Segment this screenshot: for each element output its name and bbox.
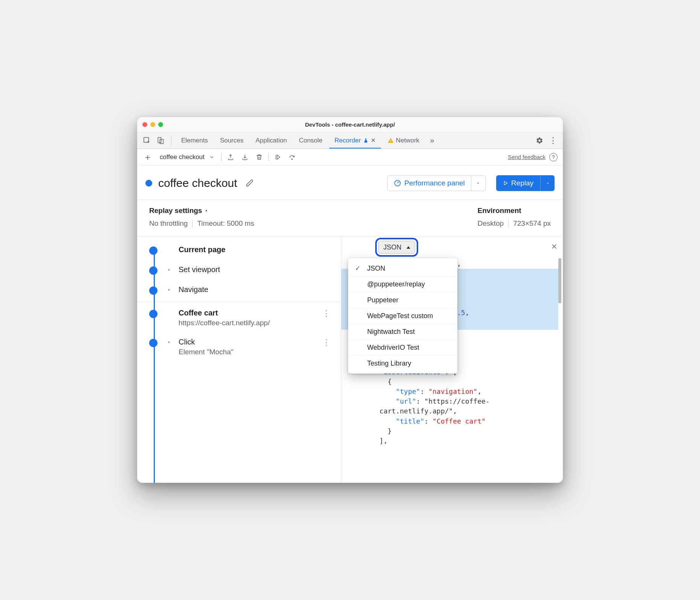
add-recording-button[interactable]: ＋ (142, 152, 153, 162)
step-row[interactable]: Current page (137, 240, 341, 260)
step-text: Navigate (179, 285, 208, 294)
close-panel-icon[interactable] (551, 243, 558, 250)
close-tab-icon[interactable]: ✕ (371, 137, 376, 144)
format-option-label: Testing Library (367, 360, 411, 367)
devtools-window: DevTools - coffee-cart.netlify.app/ Elem… (137, 117, 563, 483)
step-text: Coffee carthttps://coffee-cart.netlify.a… (179, 309, 270, 327)
format-option-label: Nightwatch Test (367, 328, 415, 336)
step-label: Current page (179, 245, 225, 254)
chevron-right-icon (165, 288, 173, 292)
chevron-right-icon (165, 340, 173, 344)
device-toolbar-icon[interactable] (154, 135, 167, 147)
tab-sources[interactable]: Sources (215, 132, 249, 148)
replay-dropdown-toggle[interactable] (540, 175, 555, 191)
step-text: ClickElement "Mocha" (179, 338, 234, 356)
svg-point-3 (292, 159, 292, 159)
performance-split-button: Performance panel (387, 175, 486, 191)
step-bullet (149, 286, 157, 295)
format-dropdown: ✓JSON@puppeteer/replayPuppeteerWebPageTe… (348, 258, 457, 373)
tab-network[interactable]: Network (382, 132, 425, 148)
format-option-label: Puppeteer (367, 296, 398, 304)
format-option[interactable]: @puppeteer/replay (348, 277, 457, 292)
code-panel: JSON ✓JSON@puppeteer/replayPuppeteerWebP… (341, 236, 563, 483)
separator (221, 153, 222, 161)
help-icon[interactable]: ? (549, 153, 558, 161)
experiment-icon (363, 138, 368, 143)
tab-elements[interactable]: Elements (176, 132, 213, 148)
recording-header: coffee checkout Performance panel Replay (137, 165, 563, 200)
step-bullet (149, 310, 157, 318)
replay-settings-heading[interactable]: Replay settings (149, 207, 254, 215)
separator (268, 153, 269, 161)
separator (171, 136, 171, 145)
svg-rect-2 (160, 139, 163, 144)
replay-split-button: Replay (496, 175, 555, 191)
chevron-down-icon (209, 155, 214, 160)
export-icon[interactable] (225, 152, 236, 162)
step-row[interactable]: Coffee carthttps://coffee-cart.netlify.a… (137, 303, 341, 332)
format-option[interactable]: Nightwatch Test (348, 324, 457, 340)
step-sublabel: Element "Mocha" (179, 348, 234, 356)
recorder-body: Current pageSet viewportNavigateCoffee c… (137, 236, 563, 483)
check-icon: ✓ (355, 264, 362, 272)
step-label: Coffee cart (179, 309, 270, 317)
format-option[interactable]: WebPageTest custom (348, 308, 457, 324)
inspect-element-icon[interactable] (141, 135, 153, 147)
format-option-label: JSON (367, 265, 385, 272)
settings-row: Replay settings No throttling Timeout: 5… (137, 200, 563, 236)
triangle-up-icon (407, 246, 410, 249)
edit-title-icon[interactable] (246, 179, 254, 187)
format-option[interactable]: Puppeteer (348, 292, 457, 308)
window-title: DevTools - coffee-cart.netlify.app/ (137, 121, 563, 128)
window-titlebar: DevTools - coffee-cart.netlify.app/ (137, 117, 563, 132)
step-more-icon[interactable]: ⋮ (322, 338, 333, 347)
settings-gear-icon[interactable] (533, 135, 546, 147)
step-text: Current page (179, 245, 225, 254)
step-sublabel: https://coffee-cart.netlify.app/ (179, 319, 270, 327)
tab-application[interactable]: Application (250, 132, 292, 148)
chevron-right-icon (204, 208, 209, 213)
devtools-tabs: Elements Sources Application Console Rec… (137, 132, 563, 149)
delete-icon[interactable] (254, 152, 264, 162)
format-select-highlight: JSON ✓JSON@puppeteer/replayPuppeteerWebP… (375, 238, 418, 257)
format-option[interactable]: Testing Library (348, 356, 457, 371)
step-more-icon[interactable]: ⋮ (322, 309, 333, 318)
recording-title: coffee checkout (158, 177, 237, 190)
format-option[interactable]: WebdriverIO Test (348, 340, 457, 356)
recording-select[interactable]: coffee checkout (157, 152, 217, 163)
step-label: Navigate (179, 285, 208, 294)
replay-settings: Replay settings No throttling Timeout: 5… (149, 207, 254, 228)
format-select[interactable]: JSON (378, 241, 415, 254)
step-bullet (149, 339, 157, 347)
environment-values: Desktop 723×574 px (477, 219, 551, 228)
step-over-icon[interactable] (287, 152, 297, 162)
step-label: Set viewport (179, 265, 220, 274)
code-topbar: JSON ✓JSON@puppeteer/replayPuppeteerWebP… (341, 236, 563, 257)
play-icon (503, 181, 508, 186)
tab-console[interactable]: Console (293, 132, 327, 148)
step-replay-icon[interactable] (272, 152, 283, 162)
step-row[interactable]: Navigate (137, 280, 341, 300)
recorder-toolbar: ＋ coffee checkout Send feedback ? (137, 149, 563, 165)
send-feedback-link[interactable]: Send feedback (508, 154, 546, 160)
import-icon[interactable] (240, 152, 250, 162)
format-option-label: WebPageTest custom (367, 312, 433, 320)
format-option-label: @puppeteer/replay (367, 280, 425, 288)
performance-panel-button[interactable]: Performance panel (387, 175, 471, 191)
step-bullet (149, 246, 157, 255)
environment-settings: Environment Desktop 723×574 px (477, 207, 551, 228)
step-row[interactable]: ClickElement "Mocha"⋮ (137, 332, 341, 361)
step-row[interactable]: Set viewport (137, 260, 341, 280)
more-tabs-icon[interactable]: » (426, 135, 438, 147)
recording-status-dot (145, 180, 152, 187)
scrollbar-thumb[interactable] (558, 258, 561, 303)
format-option[interactable]: ✓JSON (348, 260, 457, 277)
tab-recorder[interactable]: Recorder ✕ (329, 132, 381, 148)
gauge-icon (394, 179, 401, 187)
replay-settings-values: No throttling Timeout: 5000 ms (149, 219, 254, 228)
format-option-label: WebdriverIO Test (367, 344, 419, 352)
step-label: Click (179, 338, 234, 346)
performance-dropdown-toggle[interactable] (471, 175, 486, 191)
replay-button[interactable]: Replay (496, 175, 540, 191)
kebab-menu-icon[interactable]: ⋮ (547, 135, 559, 147)
